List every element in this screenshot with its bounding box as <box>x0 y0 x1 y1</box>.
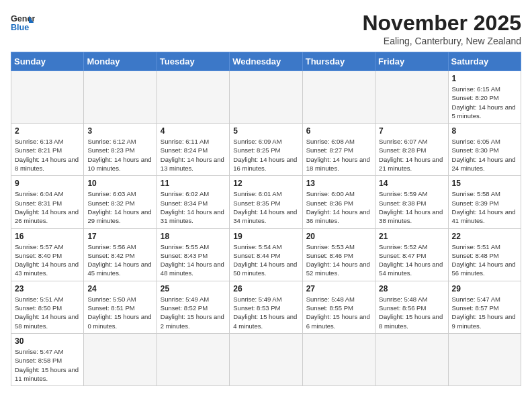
calendar-cell: 9Sunrise: 6:04 AM Sunset: 8:31 PM Daylig… <box>11 176 84 228</box>
day-number: 9 <box>15 179 80 188</box>
calendar-cell <box>11 71 84 124</box>
calendar-cell: 18Sunrise: 5:55 AM Sunset: 8:43 PM Dayli… <box>157 228 229 281</box>
calendar-cell: 7Sunrise: 6:07 AM Sunset: 8:28 PM Daylig… <box>375 124 448 176</box>
day-info: Sunrise: 5:50 AM Sunset: 8:51 PM Dayligh… <box>87 295 152 330</box>
calendar-week-6: 30Sunrise: 5:47 AM Sunset: 8:58 PM Dayli… <box>11 333 521 385</box>
day-info: Sunrise: 5:57 AM Sunset: 8:40 PM Dayligh… <box>15 242 80 278</box>
calendar-cell: 23Sunrise: 5:51 AM Sunset: 8:50 PM Dayli… <box>11 281 84 333</box>
day-number: 6 <box>306 126 371 136</box>
day-info: Sunrise: 6:12 AM Sunset: 8:23 PM Dayligh… <box>87 137 152 173</box>
weekday-header-monday: Monday <box>84 52 157 71</box>
day-number: 12 <box>233 179 298 188</box>
day-number: 2 <box>15 126 80 136</box>
calendar-cell: 12Sunrise: 6:01 AM Sunset: 8:35 PM Dayli… <box>230 176 302 228</box>
weekday-header-wednesday: Wednesday <box>230 52 302 71</box>
calendar-cell: 25Sunrise: 5:49 AM Sunset: 8:52 PM Dayli… <box>157 281 229 333</box>
calendar-cell: 22Sunrise: 5:51 AM Sunset: 8:48 PM Dayli… <box>448 228 521 281</box>
day-number: 11 <box>161 179 226 188</box>
calendar-week-1: 1Sunrise: 6:15 AM Sunset: 8:20 PM Daylig… <box>11 71 521 124</box>
weekday-header-tuesday: Tuesday <box>157 52 229 71</box>
day-info: Sunrise: 6:03 AM Sunset: 8:32 PM Dayligh… <box>87 189 152 225</box>
day-number: 20 <box>306 232 371 241</box>
page-header: General Blue November 2025 Ealing, Cante… <box>11 11 521 46</box>
day-info: Sunrise: 5:55 AM Sunset: 8:43 PM Dayligh… <box>161 242 226 278</box>
calendar-cell: 30Sunrise: 5:47 AM Sunset: 8:58 PM Dayli… <box>11 333 84 385</box>
day-number: 27 <box>306 284 371 293</box>
logo: General Blue <box>11 11 35 35</box>
calendar-cell <box>375 333 448 385</box>
calendar-cell: 16Sunrise: 5:57 AM Sunset: 8:40 PM Dayli… <box>11 228 84 281</box>
calendar-cell <box>448 333 521 385</box>
calendar-cell: 20Sunrise: 5:53 AM Sunset: 8:46 PM Dayli… <box>302 228 375 281</box>
day-number: 23 <box>15 284 80 293</box>
calendar-cell: 5Sunrise: 6:09 AM Sunset: 8:25 PM Daylig… <box>230 124 302 176</box>
day-info: Sunrise: 5:49 AM Sunset: 8:53 PM Dayligh… <box>233 295 298 330</box>
calendar-cell <box>84 71 157 124</box>
day-info: Sunrise: 6:05 AM Sunset: 8:30 PM Dayligh… <box>452 137 517 173</box>
calendar-cell: 1Sunrise: 6:15 AM Sunset: 8:20 PM Daylig… <box>448 71 521 124</box>
day-info: Sunrise: 5:52 AM Sunset: 8:47 PM Dayligh… <box>379 242 444 278</box>
calendar-cell: 13Sunrise: 6:00 AM Sunset: 8:36 PM Dayli… <box>302 176 375 228</box>
calendar-cell: 26Sunrise: 5:49 AM Sunset: 8:53 PM Dayli… <box>230 281 302 333</box>
calendar-week-2: 2Sunrise: 6:13 AM Sunset: 8:21 PM Daylig… <box>11 124 521 176</box>
day-number: 4 <box>161 126 226 136</box>
weekday-header-friday: Friday <box>375 52 448 71</box>
calendar-cell: 4Sunrise: 6:11 AM Sunset: 8:24 PM Daylig… <box>157 124 229 176</box>
month-title: November 2025 <box>362 11 521 36</box>
day-number: 26 <box>233 284 298 293</box>
calendar-cell: 15Sunrise: 5:58 AM Sunset: 8:39 PM Dayli… <box>448 176 521 228</box>
svg-text:Blue: Blue <box>11 23 29 32</box>
day-info: Sunrise: 6:09 AM Sunset: 8:25 PM Dayligh… <box>233 137 298 173</box>
calendar-cell: 3Sunrise: 6:12 AM Sunset: 8:23 PM Daylig… <box>84 124 157 176</box>
calendar-cell: 17Sunrise: 5:56 AM Sunset: 8:42 PM Dayli… <box>84 228 157 281</box>
day-number: 19 <box>233 232 298 241</box>
day-info: Sunrise: 6:08 AM Sunset: 8:27 PM Dayligh… <box>306 137 371 173</box>
day-number: 24 <box>87 284 152 293</box>
calendar-cell <box>302 71 375 124</box>
calendar-cell: 2Sunrise: 6:13 AM Sunset: 8:21 PM Daylig… <box>11 124 84 176</box>
day-info: Sunrise: 5:47 AM Sunset: 8:58 PM Dayligh… <box>15 347 80 383</box>
day-info: Sunrise: 6:00 AM Sunset: 8:36 PM Dayligh… <box>306 189 371 225</box>
day-info: Sunrise: 5:56 AM Sunset: 8:42 PM Dayligh… <box>87 242 152 278</box>
calendar-cell <box>230 71 302 124</box>
calendar-week-3: 9Sunrise: 6:04 AM Sunset: 8:31 PM Daylig… <box>11 176 521 228</box>
calendar-cell: 28Sunrise: 5:48 AM Sunset: 8:56 PM Dayli… <box>375 281 448 333</box>
day-number: 14 <box>379 179 444 188</box>
calendar-cell: 14Sunrise: 5:59 AM Sunset: 8:38 PM Dayli… <box>375 176 448 228</box>
calendar-week-4: 16Sunrise: 5:57 AM Sunset: 8:40 PM Dayli… <box>11 228 521 281</box>
day-number: 21 <box>379 232 444 241</box>
day-number: 18 <box>161 232 226 241</box>
day-number: 25 <box>161 284 226 293</box>
day-info: Sunrise: 5:59 AM Sunset: 8:38 PM Dayligh… <box>379 189 444 225</box>
day-number: 1 <box>452 74 517 83</box>
day-info: Sunrise: 6:15 AM Sunset: 8:20 PM Dayligh… <box>452 85 517 120</box>
day-number: 17 <box>87 232 152 241</box>
day-info: Sunrise: 6:04 AM Sunset: 8:31 PM Dayligh… <box>15 189 80 225</box>
day-number: 5 <box>233 126 298 136</box>
day-info: Sunrise: 6:07 AM Sunset: 8:28 PM Dayligh… <box>379 137 444 173</box>
day-info: Sunrise: 6:02 AM Sunset: 8:34 PM Dayligh… <box>161 189 226 225</box>
calendar-cell <box>375 71 448 124</box>
weekday-header-sunday: Sunday <box>11 52 84 71</box>
day-info: Sunrise: 6:13 AM Sunset: 8:21 PM Dayligh… <box>15 137 80 173</box>
weekday-header-thursday: Thursday <box>302 52 375 71</box>
calendar-cell: 24Sunrise: 5:50 AM Sunset: 8:51 PM Dayli… <box>84 281 157 333</box>
day-info: Sunrise: 5:48 AM Sunset: 8:56 PM Dayligh… <box>379 295 444 330</box>
day-info: Sunrise: 5:51 AM Sunset: 8:48 PM Dayligh… <box>452 242 517 278</box>
calendar-cell: 11Sunrise: 6:02 AM Sunset: 8:34 PM Dayli… <box>157 176 229 228</box>
calendar-week-5: 23Sunrise: 5:51 AM Sunset: 8:50 PM Dayli… <box>11 281 521 333</box>
day-number: 22 <box>452 232 517 241</box>
day-number: 15 <box>452 179 517 188</box>
weekday-header-saturday: Saturday <box>448 52 521 71</box>
day-info: Sunrise: 5:47 AM Sunset: 8:57 PM Dayligh… <box>452 295 517 330</box>
day-info: Sunrise: 5:51 AM Sunset: 8:50 PM Dayligh… <box>15 295 80 330</box>
day-number: 16 <box>15 232 80 241</box>
day-number: 7 <box>379 126 444 136</box>
day-number: 29 <box>452 284 517 293</box>
calendar-table: SundayMondayTuesdayWednesdayThursdayFrid… <box>11 52 521 386</box>
calendar-cell: 27Sunrise: 5:48 AM Sunset: 8:55 PM Dayli… <box>302 281 375 333</box>
day-info: Sunrise: 6:01 AM Sunset: 8:35 PM Dayligh… <box>233 189 298 225</box>
calendar-cell <box>84 333 157 385</box>
calendar-cell: 29Sunrise: 5:47 AM Sunset: 8:57 PM Dayli… <box>448 281 521 333</box>
calendar-cell: 8Sunrise: 6:05 AM Sunset: 8:30 PM Daylig… <box>448 124 521 176</box>
